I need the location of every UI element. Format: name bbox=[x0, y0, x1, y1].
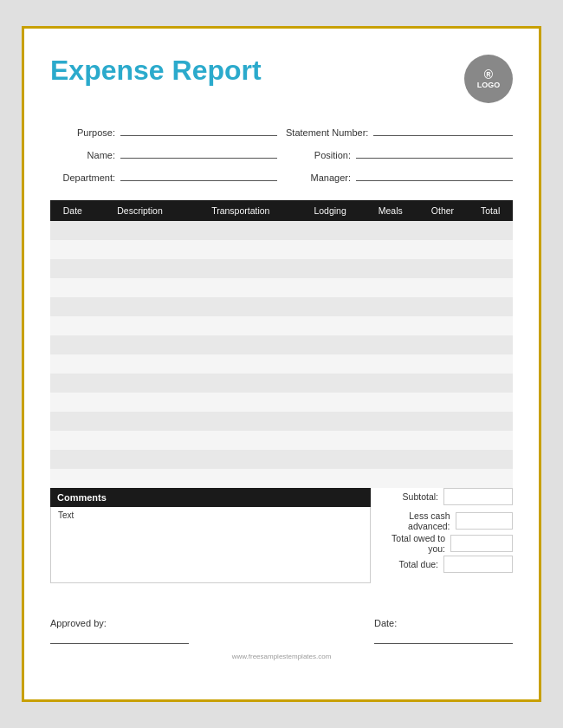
table-cell[interactable] bbox=[364, 450, 417, 469]
table-cell[interactable] bbox=[184, 354, 296, 374]
table-cell[interactable] bbox=[468, 259, 513, 278]
statement-number-input[interactable] bbox=[373, 122, 513, 136]
table-cell[interactable] bbox=[296, 374, 364, 393]
table-cell[interactable] bbox=[184, 450, 296, 469]
table-cell[interactable] bbox=[184, 412, 296, 431]
table-cell[interactable] bbox=[184, 335, 296, 354]
table-cell[interactable] bbox=[417, 278, 469, 297]
table-cell[interactable] bbox=[364, 374, 417, 393]
table-cell[interactable] bbox=[95, 221, 185, 240]
table-cell[interactable] bbox=[364, 335, 417, 354]
table-cell[interactable] bbox=[364, 469, 417, 488]
table-cell[interactable] bbox=[184, 259, 296, 278]
table-cell[interactable] bbox=[468, 221, 513, 240]
table-row[interactable] bbox=[50, 335, 513, 354]
table-cell[interactable] bbox=[95, 335, 185, 354]
table-row[interactable] bbox=[50, 450, 513, 469]
department-input[interactable] bbox=[120, 167, 277, 181]
table-cell[interactable] bbox=[468, 316, 513, 335]
table-cell[interactable] bbox=[296, 335, 364, 354]
table-cell[interactable] bbox=[468, 278, 513, 297]
table-cell[interactable] bbox=[50, 221, 95, 240]
table-cell[interactable] bbox=[296, 240, 364, 259]
table-cell[interactable] bbox=[417, 469, 469, 488]
name-input[interactable] bbox=[120, 145, 277, 159]
table-cell[interactable] bbox=[417, 335, 469, 354]
table-cell[interactable] bbox=[468, 450, 513, 469]
table-cell[interactable] bbox=[417, 259, 469, 278]
table-cell[interactable] bbox=[95, 297, 185, 316]
table-row[interactable] bbox=[50, 412, 513, 431]
table-cell[interactable] bbox=[95, 469, 185, 488]
table-row[interactable] bbox=[50, 278, 513, 297]
table-cell[interactable] bbox=[417, 354, 469, 374]
table-cell[interactable] bbox=[296, 431, 364, 450]
table-cell[interactable] bbox=[95, 354, 185, 374]
table-cell[interactable] bbox=[50, 412, 95, 431]
table-cell[interactable] bbox=[364, 393, 417, 412]
subtotal-input[interactable] bbox=[443, 488, 513, 505]
table-cell[interactable] bbox=[468, 354, 513, 374]
table-cell[interactable] bbox=[468, 335, 513, 354]
table-cell[interactable] bbox=[364, 221, 417, 240]
table-cell[interactable] bbox=[364, 431, 417, 450]
table-cell[interactable] bbox=[417, 374, 469, 393]
table-cell[interactable] bbox=[468, 374, 513, 393]
table-cell[interactable] bbox=[296, 469, 364, 488]
table-cell[interactable] bbox=[296, 297, 364, 316]
table-cell[interactable] bbox=[296, 450, 364, 469]
table-cell[interactable] bbox=[50, 374, 95, 393]
table-cell[interactable] bbox=[184, 278, 296, 297]
table-cell[interactable] bbox=[50, 259, 95, 278]
table-cell[interactable] bbox=[296, 354, 364, 374]
table-cell[interactable] bbox=[95, 393, 185, 412]
table-cell[interactable] bbox=[50, 297, 95, 316]
table-cell[interactable] bbox=[364, 240, 417, 259]
table-cell[interactable] bbox=[296, 221, 364, 240]
table-cell[interactable] bbox=[468, 469, 513, 488]
table-row[interactable] bbox=[50, 431, 513, 450]
table-cell[interactable] bbox=[364, 354, 417, 374]
table-cell[interactable] bbox=[417, 316, 469, 335]
table-cell[interactable] bbox=[50, 450, 95, 469]
table-cell[interactable] bbox=[468, 431, 513, 450]
table-cell[interactable] bbox=[417, 412, 469, 431]
table-cell[interactable] bbox=[50, 354, 95, 374]
table-cell[interactable] bbox=[184, 469, 296, 488]
table-cell[interactable] bbox=[95, 316, 185, 335]
table-cell[interactable] bbox=[95, 374, 185, 393]
table-cell[interactable] bbox=[184, 393, 296, 412]
table-cell[interactable] bbox=[50, 393, 95, 412]
table-cell[interactable] bbox=[50, 431, 95, 450]
table-cell[interactable] bbox=[296, 259, 364, 278]
table-cell[interactable] bbox=[468, 412, 513, 431]
comments-body[interactable]: Text bbox=[50, 507, 371, 583]
table-cell[interactable] bbox=[417, 450, 469, 469]
manager-input[interactable] bbox=[356, 167, 513, 181]
table-cell[interactable] bbox=[50, 278, 95, 297]
table-cell[interactable] bbox=[184, 431, 296, 450]
total-due-input[interactable] bbox=[443, 556, 513, 573]
date-input[interactable] bbox=[374, 630, 513, 644]
table-cell[interactable] bbox=[296, 316, 364, 335]
table-cell[interactable] bbox=[50, 316, 95, 335]
table-cell[interactable] bbox=[95, 278, 185, 297]
table-cell[interactable] bbox=[417, 393, 469, 412]
table-cell[interactable] bbox=[184, 374, 296, 393]
table-row[interactable] bbox=[50, 259, 513, 278]
table-cell[interactable] bbox=[468, 297, 513, 316]
table-cell[interactable] bbox=[296, 393, 364, 412]
table-row[interactable] bbox=[50, 374, 513, 393]
table-cell[interactable] bbox=[50, 240, 95, 259]
table-cell[interactable] bbox=[417, 431, 469, 450]
table-cell[interactable] bbox=[468, 240, 513, 259]
table-row[interactable] bbox=[50, 354, 513, 374]
less-cash-input[interactable] bbox=[456, 512, 513, 530]
table-cell[interactable] bbox=[364, 259, 417, 278]
table-cell[interactable] bbox=[95, 259, 185, 278]
table-cell[interactable] bbox=[95, 412, 185, 431]
table-cell[interactable] bbox=[184, 221, 296, 240]
table-cell[interactable] bbox=[184, 297, 296, 316]
table-row[interactable] bbox=[50, 297, 513, 316]
table-cell[interactable] bbox=[364, 278, 417, 297]
